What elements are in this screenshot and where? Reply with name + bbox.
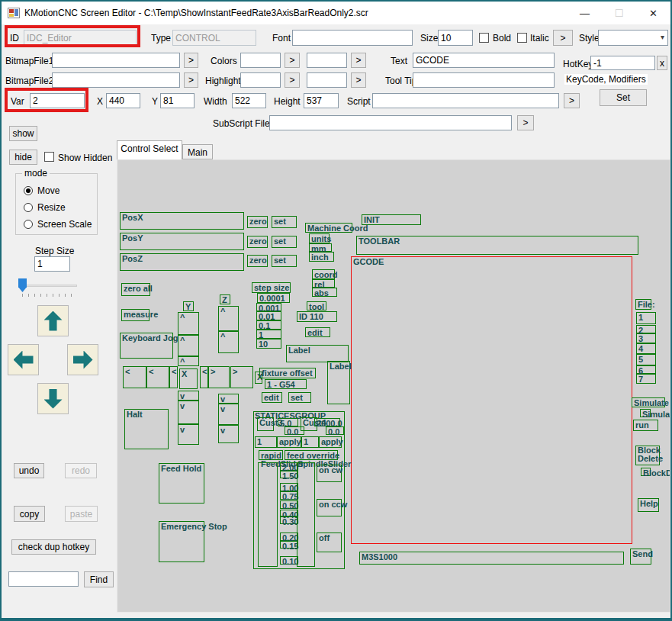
bitmapfile2-browse-button[interactable]: > — [184, 72, 198, 88]
nudge-up-button[interactable] — [37, 305, 69, 336]
step-0p1-button[interactable]: 0.1 — [256, 320, 281, 330]
copy-button[interactable]: copy — [14, 506, 45, 522]
inch-button[interactable]: inch — [309, 252, 334, 262]
text-field[interactable] — [413, 53, 555, 68]
apply-feed-button[interactable]: apply — [277, 436, 301, 448]
show-button[interactable]: show — [9, 126, 37, 141]
tab-main[interactable]: Main — [182, 144, 213, 159]
set-button[interactable]: Set — [600, 89, 647, 106]
posx-display[interactable]: PosX — [120, 212, 244, 230]
edit-fixture-button[interactable]: edit — [262, 392, 282, 403]
subscript-field[interactable] — [269, 115, 512, 130]
var-field[interactable] — [30, 93, 85, 108]
screen-editor-canvas[interactable]: PosXPosYPosZzerosetzerosetzerosetMachine… — [117, 159, 670, 613]
feed-1p50[interactable]: 1.50 — [280, 471, 298, 478]
feed-2p00[interactable]: 2.00 — [280, 462, 298, 471]
feed-0p20[interactable]: 0.20 — [280, 533, 298, 541]
width-field[interactable] — [232, 93, 266, 108]
nudge-left-button[interactable] — [8, 344, 39, 375]
feed-1p00[interactable]: 1.00 — [280, 483, 298, 491]
file-5-button[interactable]: 5 — [636, 354, 656, 365]
script-field[interactable] — [372, 93, 559, 108]
step-slider-thumb[interactable] — [18, 278, 27, 292]
block-delete-checkbox[interactable]: BlockDelete — [641, 468, 651, 476]
feed-0p50[interactable]: 0.50 — [280, 500, 298, 509]
step-0p001-button[interactable]: 0.001 — [256, 303, 281, 311]
edit-tool-button[interactable]: edit — [305, 327, 330, 337]
file-4-button[interactable]: 4 — [636, 343, 656, 354]
keyboard-jog-button[interactable]: Keyboard Jog — [120, 333, 173, 359]
highlight2-pick-button[interactable]: > — [351, 72, 366, 88]
x-jog-right-med[interactable]: > — [208, 366, 230, 388]
spindle-entry[interactable]: 1 — [301, 436, 319, 448]
id-field[interactable] — [24, 30, 137, 46]
highlight2-field[interactable] — [307, 72, 347, 88]
file-6-button[interactable]: 6 — [636, 365, 656, 374]
highlight1-pick-button[interactable]: > — [285, 72, 300, 88]
tooltip-field[interactable] — [413, 72, 555, 88]
tab-control-select[interactable]: Control Select — [117, 140, 182, 159]
tool-id-display[interactable]: ID 110 — [297, 311, 337, 322]
zero-x-button[interactable]: zero — [247, 216, 268, 228]
apply-spindle-button[interactable]: apply — [319, 436, 342, 448]
init-button[interactable]: INIT — [362, 214, 421, 225]
color2-pick-button[interactable]: > — [351, 53, 366, 68]
subscript-browse-button[interactable]: > — [517, 115, 534, 130]
font-field[interactable] — [292, 30, 413, 46]
zero-z-button[interactable]: zero — [247, 255, 268, 267]
color2-field[interactable] — [307, 53, 347, 68]
step-10-button[interactable]: 10 — [256, 339, 281, 349]
x-jog-left-slow[interactable]: < — [169, 366, 178, 388]
feed-entry[interactable]: 1 — [255, 436, 277, 448]
z-jog-up-fast[interactable]: ^ — [218, 306, 239, 331]
spindle-slider-box[interactable] — [297, 462, 315, 567]
feed-hold-button[interactable]: Feed Hold — [159, 463, 204, 504]
font-more-button[interactable]: > — [553, 30, 573, 46]
simulate-label[interactable]: Simulate — [632, 397, 665, 407]
z-jog-down-med[interactable]: v — [218, 404, 239, 425]
feed-0p75[interactable]: 0.75 — [280, 491, 298, 500]
rel-button[interactable]: rel — [312, 279, 335, 288]
bold-checkbox[interactable] — [479, 33, 489, 43]
step-size-field[interactable] — [34, 256, 70, 272]
radio-resize[interactable] — [24, 203, 33, 212]
y-jog-up-slow[interactable]: ^ — [178, 356, 199, 366]
tool-label[interactable]: tool — [307, 301, 326, 310]
find-button[interactable]: Find — [84, 571, 114, 587]
z-axis-label[interactable]: Z — [220, 294, 230, 304]
color1-pick-button[interactable]: > — [285, 53, 300, 68]
run-button[interactable]: run — [633, 420, 658, 431]
cust3-button[interactable]: Cust3 — [257, 417, 274, 431]
show-hidden-checkbox[interactable] — [44, 152, 54, 162]
close-button[interactable]: ✕ — [636, 2, 670, 24]
y-jog-down-fast[interactable]: v — [178, 424, 199, 445]
hide-button[interactable]: hide — [9, 150, 37, 165]
zero-all-button[interactable]: zero all — [121, 283, 150, 296]
italic-checkbox[interactable] — [517, 33, 527, 43]
height-field[interactable] — [304, 93, 339, 108]
y-jog-up-med[interactable]: ^ — [178, 335, 199, 356]
file-2-button[interactable]: 2 — [636, 325, 656, 333]
mdi-entry[interactable]: M3S1000 — [359, 552, 624, 565]
nudge-right-button[interactable] — [67, 344, 98, 375]
fixture-offset-display[interactable]: 1 - G54 — [265, 379, 307, 389]
spindle-off-button[interactable]: off — [317, 533, 342, 552]
y-jog-down-med[interactable]: v — [178, 401, 199, 424]
x-jog-right-fast[interactable]: > — [230, 366, 253, 388]
set-z-button[interactable]: set — [272, 255, 297, 267]
y-jog-down-slow[interactable]: v — [178, 391, 199, 401]
abs-button[interactable]: abs — [312, 288, 337, 297]
z-jog-down-slow[interactable]: v — [218, 394, 239, 404]
x-axis-label[interactable]: X — [179, 368, 198, 389]
spindle-actual-display[interactable]: 0.0 — [326, 426, 344, 435]
mm-button[interactable]: mm — [309, 243, 332, 252]
measure-button[interactable]: measure — [121, 309, 150, 321]
feed-value-display[interactable]: 5.0 — [278, 418, 298, 426]
simulate-checkbox[interactable]: Simulate — [640, 409, 651, 417]
z-jog-up-med[interactable]: ^ — [218, 331, 239, 353]
x-jog-right-slow[interactable]: < — [200, 366, 208, 388]
find-field[interactable] — [8, 571, 79, 587]
script-browse-button[interactable]: > — [564, 93, 580, 108]
feed-0p30[interactable]: 0.30 — [280, 516, 298, 524]
color1-field[interactable] — [240, 53, 281, 68]
